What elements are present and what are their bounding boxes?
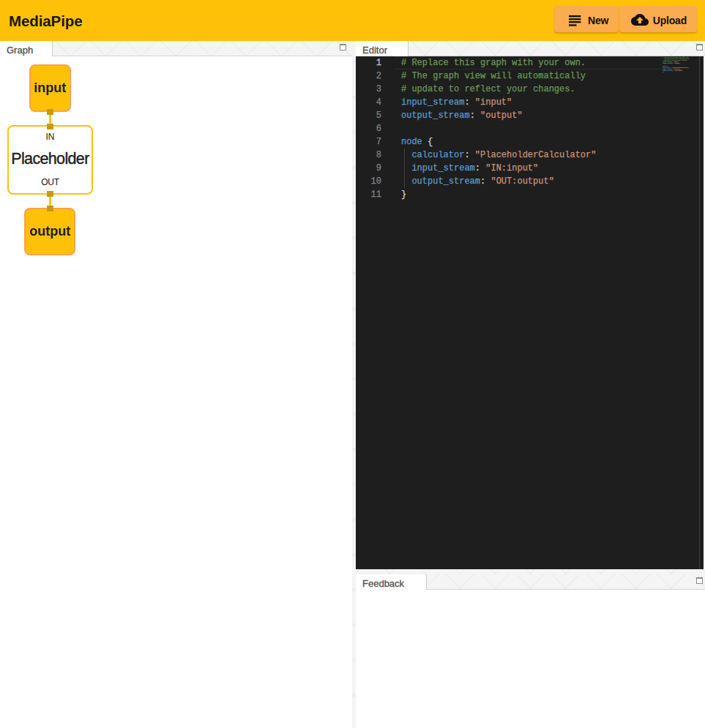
svg-text:output_stream: "output": output_stream: "output": [663, 62, 681, 64]
svg-text:output_stream: "OUT:output": output_stream: "OUT:output": [663, 70, 684, 72]
